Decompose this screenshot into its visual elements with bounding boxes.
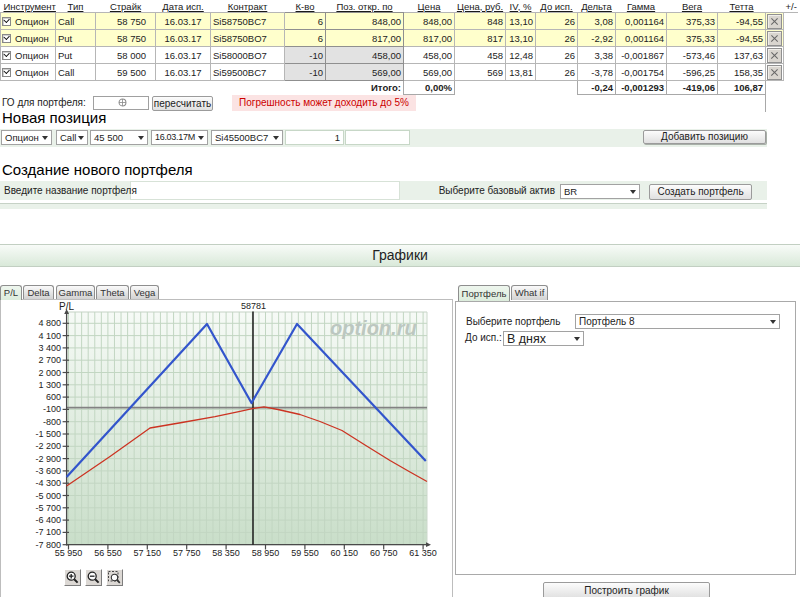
svg-text:3 400: 3 400 (38, 343, 61, 353)
svg-text:-6 400: -6 400 (35, 515, 61, 525)
svg-text:4 100: 4 100 (38, 331, 61, 341)
svg-text:-7 100: -7 100 (35, 527, 61, 537)
svg-text:-4 300: -4 300 (35, 478, 61, 488)
svg-text:57 150: 57 150 (134, 548, 162, 558)
svg-text:58781: 58781 (241, 301, 266, 311)
svg-text:59 550: 59 550 (291, 548, 319, 558)
svg-text:58 950: 58 950 (252, 548, 280, 558)
svg-text:option.ru: option.ru (330, 317, 417, 339)
svg-text:-2 200: -2 200 (35, 441, 61, 451)
svg-text:-1 500: -1 500 (35, 429, 61, 439)
svg-text:56 550: 56 550 (94, 548, 122, 558)
svg-text:60 750: 60 750 (370, 548, 398, 558)
svg-text:58 350: 58 350 (212, 548, 240, 558)
svg-text:4 800: 4 800 (38, 318, 61, 328)
svg-text:60 150: 60 150 (331, 548, 359, 558)
svg-text:2 700: 2 700 (38, 355, 61, 365)
svg-text:-5 000: -5 000 (35, 491, 61, 501)
svg-text:2 000: 2 000 (38, 368, 61, 378)
svg-text:-100: -100 (43, 404, 61, 414)
svg-text:55 950: 55 950 (55, 548, 83, 558)
svg-text:1 300: 1 300 (38, 380, 61, 390)
svg-text:61 350: 61 350 (409, 548, 437, 558)
svg-text:-3 600: -3 600 (35, 466, 61, 476)
svg-text:-2 900: -2 900 (35, 454, 61, 464)
svg-text:-5 700: -5 700 (35, 503, 61, 513)
svg-text:P/L: P/L (59, 301, 74, 312)
svg-text:-800: -800 (43, 417, 61, 427)
svg-text:600: 600 (46, 392, 61, 402)
svg-text:57 750: 57 750 (173, 548, 201, 558)
